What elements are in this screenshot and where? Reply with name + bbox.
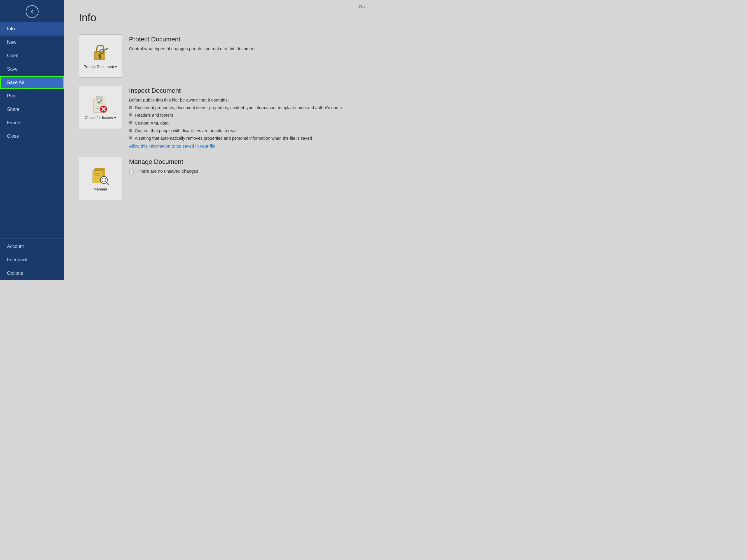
inspect-document-card: Check for Issues ▾ Inspect Document Befo… (79, 86, 359, 149)
list-item: Custom XML data (129, 120, 359, 126)
sidebar-item-open[interactable]: Open (0, 49, 64, 62)
manage-document-card: Manage Manage Document There are no unsa… (79, 157, 359, 200)
main-content: Do Info Protect Document (64, 0, 374, 280)
list-item-text: Content that people with disabilities ar… (135, 128, 237, 134)
sidebar-item-options[interactable]: Options (0, 267, 30, 280)
sidebar-item-print[interactable]: Print (0, 89, 64, 103)
svg-line-5 (106, 49, 107, 50)
protect-document-desc: Control what types of changes people can… (129, 46, 359, 51)
sidebar-item-export[interactable]: Export (0, 116, 64, 130)
inspect-document-title: Inspect Document (129, 87, 359, 95)
manage-icon-label: Manage (94, 187, 107, 191)
manage-document-title: Manage Document (129, 158, 359, 166)
sidebar: Info New Open Save Save As Print Share E… (0, 0, 64, 280)
list-item-text: Headers and footers (135, 112, 173, 118)
bullet-icon (129, 113, 132, 116)
check-issues-icon (92, 95, 109, 114)
bullet-icon (129, 136, 132, 139)
manage-icon (91, 166, 110, 185)
allow-info-link[interactable]: Allow this information to be saved in yo… (129, 143, 215, 149)
sidebar-item-save[interactable]: Save (0, 62, 64, 76)
protect-document-title: Protect Document (129, 35, 359, 43)
bullet-icon (129, 121, 132, 124)
bullet-icon (129, 106, 132, 109)
manage-document-content: Manage Document There are no unsaved cha… (129, 157, 359, 176)
manage-document-desc: There are no unsaved changes. (138, 168, 200, 174)
back-button[interactable] (0, 0, 64, 22)
inspect-document-content: Inspect Document Before publishing this … (129, 86, 359, 149)
manage-document-button[interactable]: Manage (79, 157, 122, 200)
lock-key-icon (92, 44, 109, 63)
list-item: A setting that automatically removes pro… (129, 135, 359, 141)
list-item-text: A setting that automatically removes pro… (135, 135, 312, 141)
svg-line-6 (107, 48, 108, 49)
inspect-document-desc: Before publishing this file, be aware th… (129, 98, 359, 102)
list-item: Document properties, document server pro… (129, 105, 359, 110)
document-title-partial: Do (359, 4, 365, 9)
nav-bottom-section: Account Feedback Options (0, 238, 64, 280)
check-issues-icon-label: Check for Issues ▾ (85, 115, 116, 120)
page-title: Info (79, 12, 359, 24)
inspect-document-list: Document properties, document server pro… (129, 105, 359, 141)
sidebar-item-share[interactable]: Share (0, 103, 64, 116)
sidebar-item-close[interactable]: Close (0, 130, 64, 143)
bullet-icon (129, 129, 132, 132)
protect-document-icon-label: Protect Document ▾ (84, 64, 117, 69)
list-item: Content that people with disabilities ar… (129, 128, 359, 134)
sidebar-item-feedback[interactable]: Feedback (0, 253, 34, 267)
sidebar-item-save-as[interactable]: Save As (0, 76, 64, 89)
protect-document-button[interactable]: Protect Document ▾ (79, 34, 122, 78)
protect-document-card: Protect Document ▾ Protect Document Cont… (79, 34, 359, 78)
svg-line-23 (106, 183, 108, 185)
doc-clock-icon (129, 169, 135, 175)
check-for-issues-button[interactable]: Check for Issues ▾ (79, 86, 122, 129)
nav-menu: Info New Open Save Save As Print Share E… (0, 22, 64, 280)
sidebar-item-account[interactable]: Account (0, 240, 31, 253)
list-item: Headers and footers (129, 112, 359, 118)
sidebar-item-info[interactable]: Info (0, 22, 64, 35)
list-item-text: Custom XML data (135, 120, 169, 126)
list-item-text: Document properties, document server pro… (135, 105, 342, 110)
sidebar-item-new[interactable]: New (0, 35, 64, 49)
svg-rect-2 (99, 57, 101, 59)
svg-rect-8 (96, 96, 102, 100)
protect-document-content: Protect Document Control what types of c… (129, 34, 359, 53)
